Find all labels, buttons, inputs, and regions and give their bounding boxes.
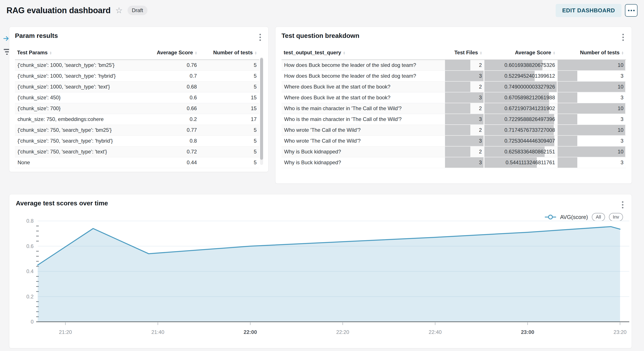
number-of-tests-cell: 5: [200, 81, 259, 92]
data-bar: [445, 157, 484, 168]
table-row[interactable]: Who is the main character in 'The Call o…: [282, 114, 626, 125]
table-row[interactable]: {'chunk_size': 750, 'search_type': 'bm25…: [15, 125, 259, 135]
column-header[interactable]: Number of tests▲▼: [558, 47, 626, 60]
average-score-cell: 0.7229588826497396: [484, 114, 558, 125]
average-score-cell: 0.2: [141, 114, 200, 125]
average-score-cell: 0.6: [141, 92, 200, 103]
number-of-tests-cell: 10: [558, 103, 626, 114]
page-title: RAG evaluation dashboard: [6, 6, 111, 15]
average-score-cell: 0.44: [141, 157, 200, 168]
number-of-tests-cell: 3: [558, 70, 626, 81]
column-header[interactable]: Average Score▲▼: [141, 47, 200, 60]
average-score-cell: 0.6016938820675326: [484, 60, 558, 70]
sort-icon[interactable]: ▲▼: [254, 51, 257, 54]
table-row[interactable]: Why is Buck kidnapped? 3 0.5441113246811…: [282, 157, 626, 168]
table-row[interactable]: Who is the main character in 'The Call o…: [282, 103, 626, 114]
column-header[interactable]: Average Score▲▼: [484, 47, 558, 60]
sort-icon[interactable]: ▲▼: [343, 51, 346, 54]
kebab-menu-icon[interactable]: [620, 32, 626, 43]
test-params-cell: {'chunk_size': 750, 'search_type': 'bm25…: [15, 125, 141, 135]
svg-text:0: 0: [31, 319, 34, 325]
table-row[interactable]: How does Buck become the leader of the s…: [282, 70, 626, 81]
table-row[interactable]: {'chunk_size': 1000, 'search_type': 'tex…: [15, 81, 259, 92]
test-params-cell: chunk_size: 750, embeddings:cohere: [15, 114, 141, 125]
table-row[interactable]: Where does Buck live at the start of the…: [282, 92, 626, 103]
average-score-cell: 0.66: [141, 103, 200, 114]
test-params-cell: {'chunk_size': 1000, 'search_type': 'hyb…: [15, 70, 141, 81]
data-bar: [445, 103, 470, 114]
edit-dashboard-button[interactable]: EDIT DASHBOARD: [556, 4, 622, 17]
data-bar: [558, 60, 625, 70]
data-bar: [558, 82, 625, 92]
kebab-menu-icon[interactable]: [620, 200, 625, 210]
test-files-cell: 2: [445, 125, 484, 135]
column-header[interactable]: Test Params▲▼: [15, 47, 141, 60]
number-of-tests-cell: 5: [200, 157, 259, 168]
test-query-cell: How does Buck become the leader of the s…: [282, 60, 445, 70]
svg-text:0.2: 0.2: [26, 294, 34, 300]
sort-icon[interactable]: ▲▼: [553, 51, 556, 54]
question-breakdown-table: test_output_test_query▲▼Test Files▲▼Aver…: [282, 47, 626, 168]
table-row[interactable]: None 0.44 5: [15, 157, 259, 168]
more-menu-button[interactable]: [625, 4, 638, 17]
favorite-star-icon[interactable]: ☆: [116, 6, 123, 14]
svg-text:21:40: 21:40: [151, 329, 164, 335]
column-header[interactable]: test_output_test_query▲▼: [282, 47, 445, 60]
number-of-tests-cell: 17: [200, 114, 259, 125]
table-row[interactable]: {'chunk_size': 450} 0.6 15: [15, 92, 259, 103]
sort-icon[interactable]: ▲▼: [480, 51, 482, 54]
table-row[interactable]: How does Buck become the leader of the s…: [282, 60, 626, 70]
question-breakdown-panel: Test question breakdown test_output_test…: [275, 27, 632, 184]
table-header-row: test_output_test_query▲▼Test Files▲▼Aver…: [282, 47, 626, 60]
sort-icon[interactable]: ▲▼: [621, 51, 624, 54]
table-row[interactable]: Who wrote 'The Call of the Wild'? 2 0.71…: [282, 125, 626, 135]
number-of-tests-cell: 10: [558, 146, 626, 157]
average-score-cell: 0.7490000003327926: [484, 81, 558, 92]
number-of-tests-cell: 15: [200, 92, 259, 103]
table-header-row: Test Params▲▼Average Score▲▼Number of te…: [15, 47, 259, 60]
test-params-cell: {'chunk_size': 1000, 'search_type': 'bm2…: [15, 60, 141, 70]
column-header[interactable]: Number of tests▲▼: [200, 47, 259, 60]
average-score-cell: 0.6258336480862151: [484, 146, 558, 157]
table-row[interactable]: chunk_size: 750, embeddings:cohere 0.2 1…: [15, 114, 259, 125]
scores-line-chart[interactable]: 00.20.40.60.821:2021:4022:0022:2022:4023…: [9, 216, 632, 344]
test-files-cell: 3: [445, 114, 484, 125]
column-header[interactable]: Test Files▲▼: [445, 47, 484, 60]
table-row[interactable]: {'chunk_size': 1000, 'search_type': 'bm2…: [15, 60, 259, 70]
kebab-menu-icon[interactable]: [258, 32, 263, 43]
number-of-tests-cell: 10: [558, 81, 626, 92]
table-row[interactable]: {'chunk_size': 1000, 'search_type': 'hyb…: [15, 70, 259, 81]
table-row[interactable]: Where does Buck live at the start of the…: [282, 81, 626, 92]
header-actions: EDIT DASHBOARD: [556, 4, 638, 17]
scrollbar-thumb[interactable]: [260, 58, 263, 160]
table-row[interactable]: Why is Buck kidnapped? 2 0.6258336480862…: [282, 146, 626, 157]
sort-icon[interactable]: ▲▼: [49, 51, 52, 54]
status-badge: Draft: [128, 6, 148, 15]
test-files-cell: 2: [445, 60, 484, 70]
test-query-cell: How does Buck become the leader of the s…: [282, 70, 445, 81]
panel-title: Param results: [15, 32, 58, 39]
table-row[interactable]: {'chunk_size': 700} 0.66 15: [15, 103, 259, 114]
test-query-cell: Who is the main character in 'The Call o…: [282, 114, 445, 125]
svg-text:0.6: 0.6: [26, 243, 34, 249]
panel-title: Test question breakdown: [282, 32, 360, 39]
number-of-tests-cell: 5: [200, 146, 259, 157]
average-score-cell: 0.68: [141, 81, 200, 92]
test-files-cell: 3: [445, 92, 484, 103]
svg-text:21:20: 21:20: [59, 329, 72, 335]
data-bar: [558, 71, 577, 81]
test-params-cell: {'chunk_size': 750, 'search_type': 'text…: [15, 146, 141, 157]
svg-text:23:00: 23:00: [521, 329, 534, 335]
test-files-cell: 3: [445, 135, 484, 146]
table-row[interactable]: {'chunk_size': 750, 'search_type': 'text…: [15, 146, 259, 157]
svg-text:22:40: 22:40: [429, 329, 442, 335]
average-score-cell: 0.5229452401399612: [484, 70, 558, 81]
sort-icon[interactable]: ▲▼: [195, 51, 197, 54]
average-score-cell: 0.6721907341231902: [484, 103, 558, 114]
average-score-cell: 0.7253044446309407: [484, 135, 558, 146]
table-row[interactable]: Who wrote 'The Call of the Wild'? 3 0.72…: [282, 135, 626, 146]
table-row[interactable]: {'chunk_size': 750, 'search_type': 'hybr…: [15, 135, 259, 146]
test-query-cell: Where does Buck live at the start of the…: [282, 92, 445, 103]
scrollbar-track[interactable]: [260, 57, 263, 165]
number-of-tests-cell: 3: [558, 157, 626, 168]
